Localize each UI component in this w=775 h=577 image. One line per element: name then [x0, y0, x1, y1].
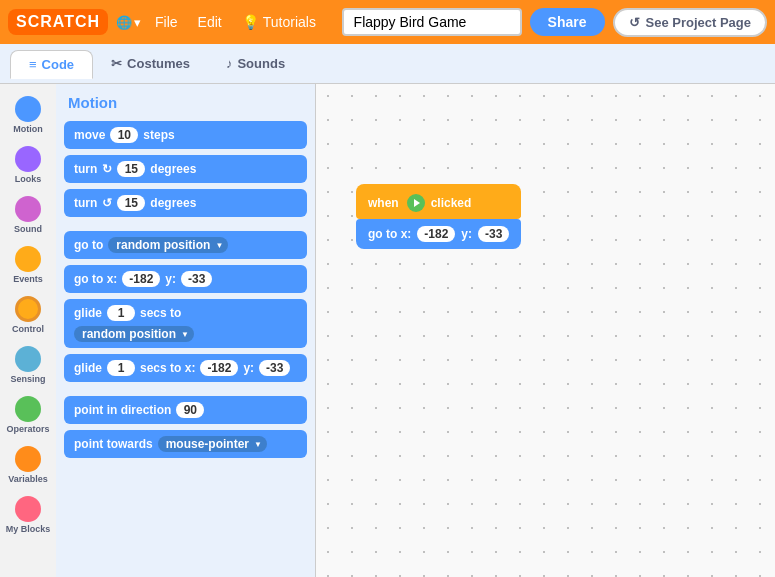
- category-control[interactable]: Control: [2, 292, 54, 338]
- tab-code[interactable]: ≡ Code: [10, 50, 93, 79]
- control-label: Control: [12, 324, 44, 334]
- block-turn-ccw[interactable]: turn ↺ 15 degrees: [64, 189, 307, 217]
- block-goto-xy[interactable]: go to x: -182 y: -33: [64, 265, 307, 293]
- block-glide-random[interactable]: glide 1 secs to random position: [64, 299, 307, 348]
- looks-dot: [15, 146, 41, 172]
- category-variables[interactable]: Variables: [2, 442, 54, 488]
- operators-label: Operators: [6, 424, 49, 434]
- tutorials-button[interactable]: 💡 Tutorials: [236, 10, 322, 34]
- canvas-event-block[interactable]: when clicked: [356, 184, 521, 219]
- looks-label: Looks: [15, 174, 42, 184]
- canvas-motion-block[interactable]: go to x: -182 y: -33: [356, 219, 521, 249]
- category-myblocks[interactable]: My Blocks: [2, 492, 54, 538]
- sensing-dot: [15, 346, 41, 372]
- category-sensing[interactable]: Sensing: [2, 342, 54, 388]
- goto-label: go to x:: [368, 227, 411, 241]
- canvas-block-group: when clicked go to x: -182 y: -33: [356, 184, 521, 249]
- flag-icon: [407, 194, 425, 212]
- clicked-label: clicked: [431, 196, 472, 210]
- motion-dot: [15, 96, 41, 122]
- share-button[interactable]: Share: [530, 8, 605, 36]
- sounds-tab-icon: ♪: [226, 56, 233, 71]
- sounds-tab-label: Sounds: [237, 56, 285, 71]
- costumes-tab-icon: ✂: [111, 56, 122, 71]
- edit-menu[interactable]: Edit: [192, 10, 228, 34]
- variables-label: Variables: [8, 474, 48, 484]
- category-sound[interactable]: Sound: [2, 192, 54, 238]
- sensing-label: Sensing: [10, 374, 45, 384]
- category-motion[interactable]: Motion: [2, 92, 54, 138]
- block-goto-random[interactable]: go to random position: [64, 231, 307, 259]
- block-turn-cw[interactable]: turn ↻ 15 degrees: [64, 155, 307, 183]
- costumes-tab-label: Costumes: [127, 56, 190, 71]
- category-events[interactable]: Events: [2, 242, 54, 288]
- motion-label: Motion: [13, 124, 43, 134]
- blocks-panel: Motion move 10 steps turn ↻ 15 degrees t…: [56, 84, 316, 577]
- project-title-input[interactable]: [342, 8, 522, 36]
- navbar: SCRATCH 🌐 ▾ File Edit 💡 Tutorials Share …: [0, 0, 775, 44]
- code-tab-icon: ≡: [29, 57, 37, 72]
- events-dot: [15, 246, 41, 272]
- control-dot: [15, 296, 41, 322]
- see-project-label: See Project Page: [646, 15, 752, 30]
- scratch-logo[interactable]: SCRATCH: [8, 9, 108, 35]
- see-project-icon: ↺: [629, 15, 640, 30]
- variables-dot: [15, 446, 41, 472]
- panel-title: Motion: [64, 94, 307, 111]
- turn-ccw-icon: ↺: [102, 196, 112, 210]
- block-point-towards[interactable]: point towards mouse-pointer: [64, 430, 307, 458]
- operators-dot: [15, 396, 41, 422]
- tutorials-label: Tutorials: [263, 14, 316, 30]
- canvas-x-input[interactable]: -182: [417, 226, 455, 242]
- canvas-area: when clicked go to x: -182 y: -33: [316, 84, 775, 577]
- globe-icon: 🌐: [116, 15, 132, 30]
- category-looks[interactable]: Looks: [2, 142, 54, 188]
- sound-dot: [15, 196, 41, 222]
- categories-sidebar: Motion Looks Sound Events Control Sensin…: [0, 84, 56, 577]
- globe-arrow: ▾: [134, 15, 141, 30]
- canvas-y-input[interactable]: -33: [478, 226, 509, 242]
- myblocks-label: My Blocks: [6, 524, 51, 534]
- tab-sounds[interactable]: ♪ Sounds: [208, 50, 303, 77]
- block-point-dir[interactable]: point in direction 90: [64, 396, 307, 424]
- code-tab-label: Code: [42, 57, 75, 72]
- y-label: y:: [461, 227, 472, 241]
- tab-costumes[interactable]: ✂ Costumes: [93, 50, 208, 77]
- main-area: Motion Looks Sound Events Control Sensin…: [0, 84, 775, 577]
- block-move[interactable]: move 10 steps: [64, 121, 307, 149]
- globe-button[interactable]: 🌐 ▾: [116, 15, 141, 30]
- tab-bar: ≡ Code ✂ Costumes ♪ Sounds: [0, 44, 775, 84]
- when-label: when: [368, 196, 399, 210]
- file-menu[interactable]: File: [149, 10, 184, 34]
- sound-label: Sound: [14, 224, 42, 234]
- tutorials-icon: 💡: [242, 14, 259, 30]
- block-glide-xy[interactable]: glide 1 secs to x: -182 y: -33: [64, 354, 307, 382]
- events-label: Events: [13, 274, 43, 284]
- see-project-button[interactable]: ↺ See Project Page: [613, 8, 768, 37]
- turn-cw-icon: ↻: [102, 162, 112, 176]
- category-operators[interactable]: Operators: [2, 392, 54, 438]
- myblocks-dot: [15, 496, 41, 522]
